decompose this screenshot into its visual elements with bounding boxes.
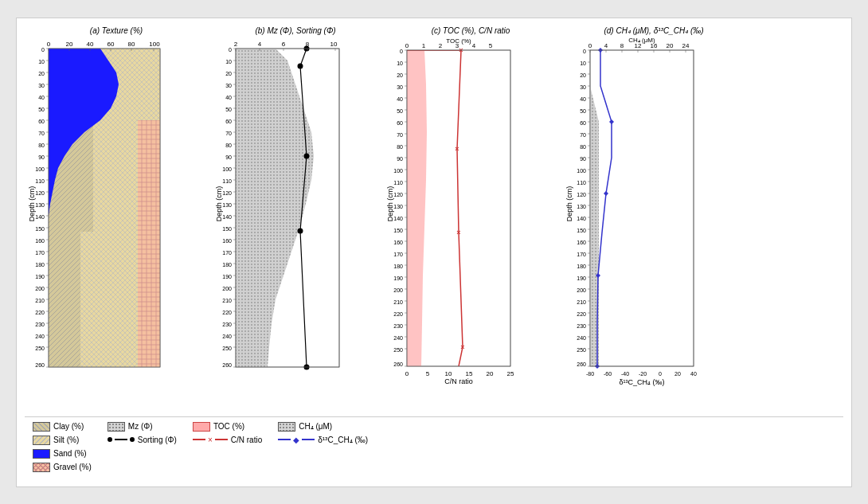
panel-c-title: (c) TOC (%), C/N ratio xyxy=(432,26,510,35)
svg-text:0: 0 xyxy=(400,49,403,54)
svg-text:260: 260 xyxy=(393,361,403,367)
svg-text:20: 20 xyxy=(38,71,45,76)
cn-x-marker: × xyxy=(208,436,213,444)
svg-text:190: 190 xyxy=(222,274,232,279)
svg-text:160: 160 xyxy=(222,238,232,244)
svg-text:70: 70 xyxy=(397,132,403,138)
svg-text:80: 80 xyxy=(580,144,586,150)
svg-text:220: 220 xyxy=(577,311,586,317)
svg-text:0: 0 xyxy=(588,42,592,49)
clay-swatch xyxy=(33,422,50,432)
svg-text:10: 10 xyxy=(225,59,232,64)
delta13c-label: δ¹³C_CH₄ (‰) xyxy=(318,436,368,444)
svg-text:80: 80 xyxy=(225,143,232,148)
svg-text:180: 180 xyxy=(577,264,586,269)
svg-text:80: 80 xyxy=(38,143,45,148)
svg-text:20: 20 xyxy=(397,72,403,78)
svg-text:170: 170 xyxy=(577,252,586,257)
svg-text:70: 70 xyxy=(580,132,586,138)
svg-text:120: 120 xyxy=(35,190,45,196)
svg-text:40: 40 xyxy=(580,96,586,102)
svg-text:140: 140 xyxy=(393,216,403,221)
svg-text:200: 200 xyxy=(577,287,586,293)
clay-label: Clay (%) xyxy=(53,422,84,431)
svg-text:0: 0 xyxy=(41,47,45,53)
legend-ch4: CH₄ (μM) xyxy=(278,422,368,432)
panel-c-svg: Depth (cm) TOC (%) 0 1 2 3 4 5 0 10 20 3… xyxy=(383,37,546,379)
sorting-line-seg xyxy=(115,439,127,440)
svg-text:-40: -40 xyxy=(621,371,629,377)
svg-text:30: 30 xyxy=(580,84,586,90)
panel-d: (d) CH₄ (μM), δ¹³C_CH₄ (‰) Depth (cm) CH… xyxy=(562,26,745,413)
svg-text:130: 130 xyxy=(577,204,586,209)
legend-sorting: Sorting (Φ) xyxy=(108,436,177,444)
svg-text:30: 30 xyxy=(225,83,232,88)
svg-text:6: 6 xyxy=(282,41,286,48)
svg-text:10: 10 xyxy=(580,61,586,66)
silt-swatch xyxy=(33,436,50,445)
panel-b-chart: Depth (cm) 2 4 6 8 10 0 10 20 30 40 50 xyxy=(212,37,379,413)
gravel-area xyxy=(138,120,160,367)
svg-text:5: 5 xyxy=(489,42,493,49)
panel-c: (c) TOC (%), C/N ratio Depth (cm) TOC (%… xyxy=(383,26,558,413)
svg-text:2: 2 xyxy=(439,42,443,49)
legend-clay: Clay (%) xyxy=(33,422,92,432)
svg-text:130: 130 xyxy=(393,204,403,209)
panel-b-title: (b) Mz (Φ), Sorting (Φ) xyxy=(255,26,335,35)
svg-text:210: 210 xyxy=(393,299,403,305)
svg-text:80: 80 xyxy=(397,144,403,150)
svg-text:-80: -80 xyxy=(586,371,594,377)
legends-row: Clay (%) Silt (%) Sand (%) Gravel (%) Mz… xyxy=(25,416,843,479)
svg-text:130: 130 xyxy=(222,202,232,208)
svg-text:120: 120 xyxy=(222,190,232,196)
panel-a: (a) Texture (%) Depth (cm) 0 20 40 60 80… xyxy=(25,26,208,413)
svg-text:220: 220 xyxy=(222,310,232,315)
delta-legend-line: ◆ xyxy=(278,436,315,444)
svg-text:180: 180 xyxy=(35,262,45,268)
svg-text:110: 110 xyxy=(35,178,45,184)
sand-label: Sand (%) xyxy=(53,449,87,458)
svg-text:100: 100 xyxy=(222,166,232,172)
svg-text:180: 180 xyxy=(393,264,403,269)
svg-text:40: 40 xyxy=(397,96,403,102)
svg-text:20: 20 xyxy=(487,370,494,377)
svg-text:70: 70 xyxy=(38,131,45,136)
delta-axis-label: δ¹³C_CH₄ (‰) xyxy=(619,378,664,386)
svg-text:250: 250 xyxy=(35,346,45,351)
svg-text:40: 40 xyxy=(87,41,94,48)
main-container: (a) Texture (%) Depth (cm) 0 20 40 60 80… xyxy=(16,18,852,487)
svg-text:110: 110 xyxy=(577,180,586,186)
svg-text:250: 250 xyxy=(393,347,403,353)
svg-point-143 xyxy=(298,228,303,233)
svg-text:5: 5 xyxy=(426,370,430,377)
svg-text:24: 24 xyxy=(682,42,690,49)
svg-text:60: 60 xyxy=(397,120,403,126)
svg-text:90: 90 xyxy=(580,156,586,162)
svg-text:190: 190 xyxy=(577,275,586,281)
svg-text:0: 0 xyxy=(405,42,409,49)
delta-line-seg2 xyxy=(302,439,315,440)
svg-text:150: 150 xyxy=(222,226,232,232)
svg-text:260: 260 xyxy=(222,362,232,368)
legend-gravel: Gravel (%) xyxy=(33,463,92,472)
sorting-dot-2 xyxy=(130,437,135,442)
svg-text:60: 60 xyxy=(225,119,232,124)
svg-text:90: 90 xyxy=(38,154,45,160)
svg-text:20: 20 xyxy=(580,72,586,78)
svg-text:10: 10 xyxy=(445,370,452,377)
svg-text:0: 0 xyxy=(47,41,51,48)
svg-text:2: 2 xyxy=(234,41,238,48)
sorting-legend-line xyxy=(108,437,135,442)
svg-text:230: 230 xyxy=(222,322,232,327)
svg-text:60: 60 xyxy=(108,41,115,48)
toc-label: TOC (%) xyxy=(213,422,244,431)
svg-text:160: 160 xyxy=(393,240,403,245)
sorting-label: Sorting (Φ) xyxy=(138,436,177,444)
svg-text:×: × xyxy=(460,343,464,351)
svg-text:240: 240 xyxy=(577,335,586,341)
svg-text:120: 120 xyxy=(393,192,403,197)
svg-text:30: 30 xyxy=(397,84,403,90)
svg-text:-60: -60 xyxy=(604,371,612,377)
cn-axis-label: C/N ratio xyxy=(444,377,473,385)
svg-text:50: 50 xyxy=(397,108,403,114)
